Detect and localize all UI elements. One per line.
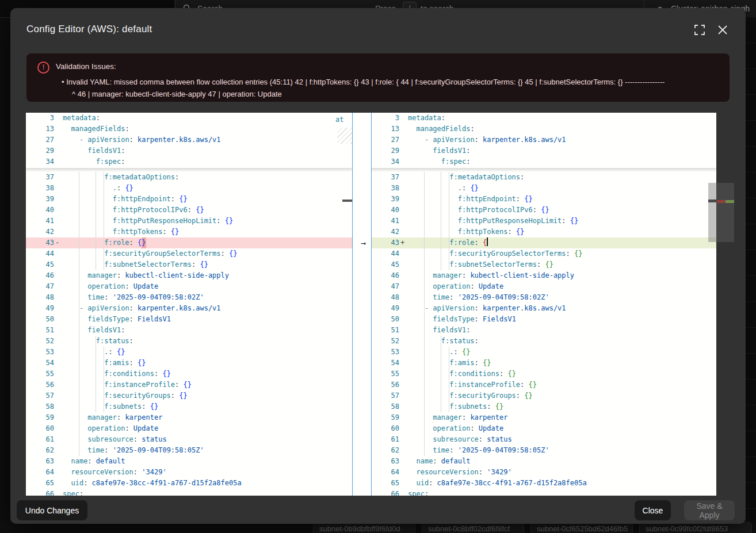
code-line[interactable]: 63 name: default <box>26 456 352 467</box>
code-line[interactable]: 46 manager: kubectl-client-side-apply <box>371 270 716 281</box>
code-line[interactable]: 40 f:httpProtocolIPv6: {} <box>371 205 716 216</box>
code-token: '2025-09-04T09:58:05Z' <box>458 445 549 456</box>
code-line[interactable]: 64 resourceVersion: '3429' <box>371 467 716 478</box>
code-token: {} <box>462 347 470 358</box>
code-line[interactable]: 59 manager: karpenter <box>371 412 716 423</box>
code-line[interactable]: 48 time: '2025-09-04T09:58:02Z' <box>26 292 352 303</box>
save-apply-button[interactable]: Save & Apply <box>684 500 735 520</box>
line-number: 46 <box>26 270 54 281</box>
diff-sash-right-border[interactable] <box>371 113 372 496</box>
diff-pane-modified[interactable]: 37 f:metadataOptions:38 .: {}39 f:httpEn… <box>371 113 716 496</box>
code-line[interactable]: 43- f:role: {} <box>26 237 352 248</box>
diff-pane-original[interactable]: 37 f:metadataOptions:38 .: {}39 f:httpEn… <box>26 113 352 496</box>
original-scrollbar-marker[interactable] <box>342 200 352 202</box>
code-line[interactable]: 44 f:securityGroupSelectorTerms: {} <box>371 248 716 259</box>
diff-overview-viewport[interactable] <box>716 183 734 242</box>
code-line[interactable]: 50 fieldsType: FieldsV1 <box>371 314 716 325</box>
code-line[interactable]: 62 time: '2025-09-04T09:58:05Z' <box>26 445 352 456</box>
code-line[interactable]: 56 f:instanceProfile: {} <box>26 379 352 390</box>
code-line[interactable]: 64 resourceVersion: '3429' <box>26 467 352 478</box>
code-line[interactable]: 60 operation: Update <box>26 423 352 434</box>
code-token <box>63 124 71 135</box>
code-line[interactable]: 57 f:securityGroups: {} <box>26 390 352 401</box>
code-line[interactable]: 45 f:subnetSelectorTerms: {} <box>371 259 716 270</box>
code-line[interactable]: 45 f:subnetSelectorTerms: {} <box>26 259 352 270</box>
code-line[interactable]: 43+ f:role: { <box>371 237 716 248</box>
code-line[interactable]: 38 .: {} <box>26 183 352 194</box>
code-line[interactable]: 49 - apiVersion: karpenter.k8s.aws/v1 <box>26 303 352 314</box>
code-line[interactable]: 37 f:metadataOptions: <box>26 172 352 183</box>
code-line[interactable]: 53 .: {} <box>371 347 716 358</box>
code-line[interactable]: 40 f:httpProtocolIPv6: {} <box>26 205 352 216</box>
code-line[interactable]: 56 f:instanceProfile: {} <box>371 379 716 390</box>
code-line[interactable]: 39 f:httpEndpoint: {} <box>371 194 716 205</box>
code-line[interactable]: 65 uid: c8afe97e-38cc-4f91-a767-d15f2a8f… <box>26 478 352 489</box>
code-line[interactable]: 60 operation: Update <box>371 423 716 434</box>
fullscreen-button[interactable] <box>694 25 706 36</box>
code-line[interactable]: 66spec: <box>371 489 716 496</box>
code-line[interactable]: 38 .: {} <box>371 183 716 194</box>
close-icon[interactable] <box>717 25 729 36</box>
code-line[interactable]: 58 f:subnets: {} <box>26 401 352 412</box>
code-line[interactable]: 52 f:status: <box>26 336 352 347</box>
diff-sign <box>54 227 63 237</box>
code-line[interactable]: 49 - apiVersion: karpenter.k8s.aws/v1 <box>371 303 716 314</box>
diff-sign <box>399 325 408 336</box>
undo-changes-button[interactable]: Undo Changes <box>17 500 87 520</box>
code-line[interactable]: 62 time: '2025-09-04T09:58:05Z' <box>371 445 716 456</box>
code-line[interactable]: 53 .: {} <box>26 347 352 358</box>
code-token: : <box>133 434 142 445</box>
code-line[interactable]: 41 f:httpPutResponseHopLimit: {} <box>26 216 352 227</box>
yaml-diff-editor[interactable]: 37 f:metadataOptions:38 .: {}39 f:httpEn… <box>26 113 716 496</box>
code-token: : <box>470 281 478 292</box>
code-line[interactable]: 42 f:httpTokens: {} <box>371 227 716 237</box>
code-line[interactable]: 41 f:httpPutResponseHopLimit: {} <box>371 216 716 227</box>
code-line[interactable]: 50 fieldsType: FieldsV1 <box>26 314 352 325</box>
modified-scrollbar-slider[interactable] <box>708 183 716 242</box>
code-line[interactable]: 48 time: '2025-09-04T09:58:02Z' <box>371 292 716 303</box>
code-line[interactable]: 57 f:securityGroups: {} <box>371 390 716 401</box>
code-token: {} <box>171 227 179 237</box>
code-token: c8afe97e-38cc-4f91-a767-d15f2a8fe05a <box>92 478 242 489</box>
diff-revert-arrow-icon[interactable]: → <box>356 238 371 249</box>
code-token <box>408 467 416 478</box>
code-line[interactable]: 66spec: <box>26 489 352 496</box>
code-line[interactable]: 44 f:securityGroupSelectorTerms: {} <box>26 248 352 259</box>
code-line[interactable]: 61 subresource: status <box>371 434 716 445</box>
close-button[interactable]: Close <box>635 500 671 520</box>
code-token: . <box>458 183 462 194</box>
code-token: {} <box>200 259 208 270</box>
code-line[interactable]: 51 fieldsV1: <box>371 325 716 336</box>
code-line[interactable]: 54 f:amis: {} <box>371 358 716 369</box>
code-line[interactable]: 61 subresource: status <box>26 434 352 445</box>
diff-sign <box>399 183 408 194</box>
code-token: - <box>425 135 433 145</box>
diff-diagonal-fill <box>337 128 352 144</box>
code-line[interactable]: 63 name: default <box>371 456 716 467</box>
code-line[interactable]: 46 manager: kubectl-client-side-apply <box>26 270 352 281</box>
code-token: {} <box>150 401 158 412</box>
diff-sash-left-border[interactable] <box>352 113 353 496</box>
code-line[interactable]: 37 f:metadataOptions: <box>371 172 716 183</box>
code-line[interactable]: 47 operation: Update <box>371 281 716 292</box>
code-line[interactable]: 54 f:amis: {} <box>26 358 352 369</box>
code-line[interactable]: 55 f:conditions: {} <box>371 369 716 379</box>
code-line[interactable]: 51 fieldsV1: <box>26 325 352 336</box>
code-line[interactable]: 39 f:httpEndpoint: {} <box>26 194 352 205</box>
line-number: 60 <box>26 423 54 434</box>
code-line[interactable]: 65 uid: c8afe97e-38cc-4f91-a767-d15f2a8f… <box>371 478 716 489</box>
code-token <box>408 390 449 401</box>
line-number: 13 <box>26 124 54 135</box>
code-token: f:spec <box>441 156 466 167</box>
code-line[interactable]: 52 f:status: <box>371 336 716 347</box>
code-line[interactable]: 42 f:httpTokens: {} <box>26 227 352 237</box>
code-token <box>63 237 104 248</box>
code-token: '3429' <box>142 467 166 478</box>
code-token <box>408 156 441 167</box>
code-line[interactable]: 55 f:conditions: {} <box>26 369 352 379</box>
line-number: 61 <box>371 434 399 445</box>
code-line[interactable]: 58 f:subnets: {} <box>371 401 716 412</box>
code-token: : <box>175 379 183 390</box>
code-line[interactable]: 47 operation: Update <box>26 281 352 292</box>
code-line[interactable]: 59 manager: karpenter <box>26 412 352 423</box>
